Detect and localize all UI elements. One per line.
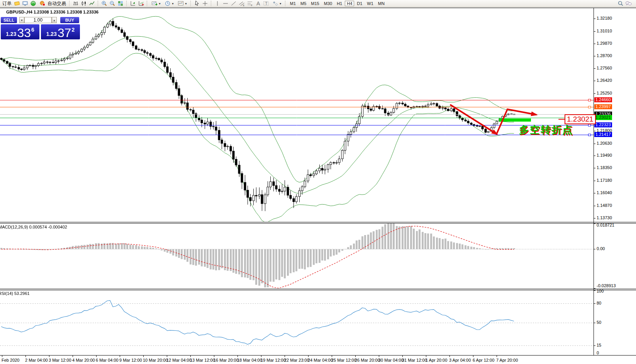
new-order-label: 订单	[2, 0, 12, 7]
time-axis-tick	[497, 356, 497, 357]
volume-decrease-button[interactable]: ▼	[19, 17, 24, 23]
bar-chart-icon[interactable]	[72, 0, 80, 7]
journal-icon[interactable]	[13, 0, 21, 7]
time-axis-tick	[261, 356, 261, 357]
text-icon[interactable]: A	[254, 0, 262, 7]
time-axis-tick	[308, 356, 309, 357]
zoom-out-icon[interactable]	[109, 0, 116, 7]
candlestick-chart-icon[interactable]	[80, 0, 88, 7]
time-axis-tick	[73, 356, 73, 357]
time-axis-label: 10 Mar 20:00	[143, 358, 168, 362]
price-tick-label: 1.29870	[597, 41, 612, 46]
new-chart-button[interactable]: ▼	[149, 0, 162, 7]
price-tick-label: 1.18350	[597, 165, 612, 170]
autotrading-label: 自动交易	[47, 0, 66, 7]
price-tick-label: 1.16040	[597, 190, 612, 195]
axis-tick	[594, 206, 595, 206]
macd-panel-canvas[interactable]	[0, 223, 594, 288]
fibonacci-icon[interactable]: F	[246, 0, 254, 7]
timeframe-mn[interactable]: MN	[376, 1, 387, 6]
time-axis-label: 26 Mar 20:00	[355, 358, 380, 362]
sell-price-display[interactable]: 1.23 33 6	[1, 24, 39, 39]
chart-profile-add-icon[interactable]	[137, 0, 145, 7]
horizontal-line-icon[interactable]	[222, 0, 229, 7]
vertical-line-icon[interactable]	[214, 0, 221, 7]
time-axis-tick	[402, 356, 403, 357]
turning-point-note[interactable]: 多空转折点	[519, 123, 573, 137]
buy-price-display[interactable]: 1.23 37 2	[41, 24, 80, 39]
price-tick-label: 1.26420	[597, 78, 612, 83]
axis-tick	[594, 19, 595, 19]
channel-icon[interactable]: E	[238, 0, 246, 7]
timeframe-h1[interactable]: H1	[335, 1, 344, 6]
timeframe-h4[interactable]: H4	[345, 1, 354, 6]
timeframe-group: M1M5M15M30H1H4D1W1MN	[288, 1, 387, 6]
shapes-icon	[271, 0, 279, 7]
shapes-button[interactable]: ▼	[270, 0, 283, 7]
price-tick-label: 1.27560	[597, 66, 612, 71]
trendline-icon[interactable]	[230, 0, 237, 7]
axis-tick	[594, 303, 595, 304]
time-axis-label: 7 Apr 20:00	[496, 358, 518, 362]
template-icon	[177, 0, 185, 7]
panel-separator[interactable]	[0, 222, 636, 222]
volume-input[interactable]	[24, 17, 52, 23]
axis-tick	[594, 345, 595, 346]
text-label-icon[interactable]: T	[262, 0, 270, 7]
rsi-panel-canvas[interactable]	[0, 290, 594, 355]
axis-tick	[594, 249, 595, 249]
rsi-tick-label: 50	[597, 320, 601, 325]
timeframe-w1[interactable]: W1	[365, 1, 375, 6]
toolbar-separator	[285, 1, 286, 6]
buy-price-pips: 37	[58, 26, 71, 39]
axis-tick	[594, 131, 595, 131]
time-axis: Feb 20202 Mar 04:003 Mar 12:004 Mar 20:0…	[0, 355, 594, 364]
timeframe-m30[interactable]: M30	[322, 1, 334, 6]
zoom-in-icon[interactable]	[100, 0, 108, 7]
price-tick-label: 1.17180	[597, 178, 612, 183]
main-chart-canvas[interactable]	[0, 8, 594, 222]
price-tick-label: 1.14870	[597, 203, 612, 208]
axis-tick	[594, 31, 595, 32]
time-axis-tick	[25, 356, 26, 357]
sell-price-base: 1.23	[6, 31, 16, 37]
cursor-icon[interactable]	[193, 0, 201, 7]
axis-tick	[594, 323, 595, 323]
timeframe-m15[interactable]: M15	[309, 1, 321, 6]
market-watch-icon[interactable]	[21, 0, 29, 7]
timeframe-m1[interactable]: M1	[288, 1, 298, 6]
panel-separator[interactable]	[0, 289, 636, 289]
axis-tick	[594, 68, 595, 69]
timeframe-m5[interactable]: M5	[298, 1, 308, 6]
time-axis-label: 9 Mar 12:00	[119, 358, 142, 362]
price-axis: 1.321801.310101.298701.287001.275601.264…	[594, 0, 636, 364]
volume-increase-button[interactable]: ▲	[52, 17, 57, 23]
chart-profile-icon[interactable]	[129, 0, 137, 7]
new-chart-icon	[151, 0, 158, 7]
time-axis-label: 19 Mar 12:00	[261, 358, 286, 362]
time-axis-tick	[2, 356, 2, 357]
macd-tick-label: 0.018721	[597, 223, 614, 228]
toolbar: 订单 自动交易 ▼ ▼ ▼	[0, 0, 636, 7]
time-axis-tick	[426, 356, 426, 357]
toolbar-separator	[211, 1, 212, 6]
time-axis-label: 3 Apr 04:00	[449, 358, 471, 362]
crosshair-icon[interactable]	[201, 0, 209, 7]
level-price-label: 1.24660	[594, 97, 612, 102]
tile-windows-icon[interactable]	[117, 0, 124, 7]
line-chart-icon[interactable]	[88, 0, 96, 7]
autotrading-button[interactable]: 自动交易	[37, 0, 67, 7]
time-axis-tick	[96, 356, 97, 357]
sell-button[interactable]: SELL	[1, 17, 17, 23]
buy-button[interactable]: BUY	[60, 17, 79, 23]
template-button[interactable]: ▼	[176, 0, 188, 7]
new-order-button[interactable]: 订单	[1, 0, 13, 7]
time-axis-tick	[285, 356, 285, 357]
signals-icon[interactable]	[29, 0, 37, 7]
autotrading-icon	[39, 0, 46, 7]
timeframe-d1[interactable]: D1	[355, 1, 364, 6]
toolbar-separator	[147, 1, 148, 6]
dropdown-caret: ▼	[185, 2, 187, 5]
period-button[interactable]: ▼	[163, 0, 175, 7]
axis-tick	[594, 156, 595, 156]
